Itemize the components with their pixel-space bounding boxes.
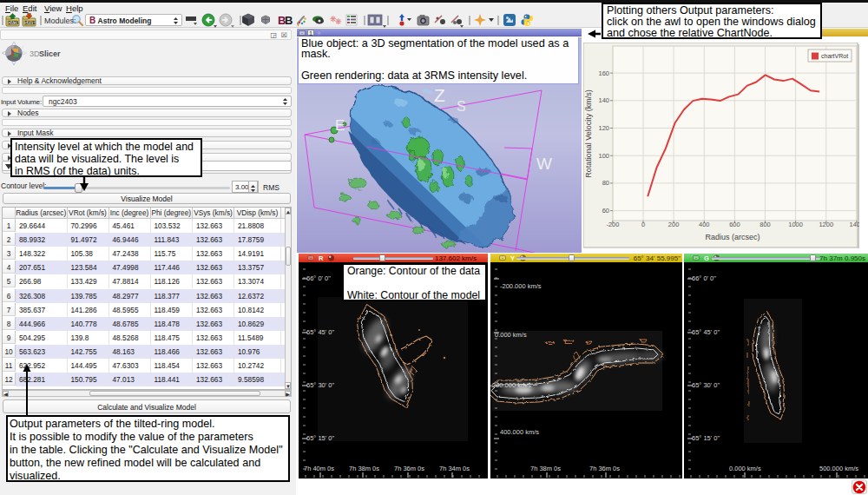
svg-text:65° 45' 0": 65° 45' 0" bbox=[306, 328, 334, 336]
svg-text:200: 200 bbox=[668, 221, 680, 228]
svg-text:7h 38m 0s: 7h 38m 0s bbox=[349, 465, 379, 472]
svg-text:S: S bbox=[457, 99, 466, 114]
svg-text:65° 15' 0": 65° 15' 0" bbox=[306, 434, 334, 442]
svg-text:400: 400 bbox=[699, 221, 710, 228]
svg-text:66° 0' 0": 66° 0' 0" bbox=[692, 274, 716, 282]
svg-text:Slicer: Slicer bbox=[39, 50, 61, 58]
svg-text:1200: 1200 bbox=[819, 221, 833, 228]
svg-text:1400: 1400 bbox=[850, 221, 859, 228]
svg-text:200.000 km/s: 200.000 km/s bbox=[492, 381, 531, 389]
svg-text:DATA: DATA bbox=[9, 21, 20, 25]
svg-text:chartVRot: chartVRot bbox=[821, 53, 848, 59]
svg-text:Rotational Velocity (km/s): Rotational Velocity (km/s) bbox=[584, 89, 593, 178]
svg-text:160: 160 bbox=[598, 69, 609, 77]
svg-text:7h 36m 0s: 7h 36m 0s bbox=[394, 465, 424, 472]
svg-text:7h 36m 0s: 7h 36m 0s bbox=[589, 465, 620, 472]
svg-text:80: 80 bbox=[602, 179, 609, 187]
svg-text:E: E bbox=[335, 117, 345, 134]
svg-text:7h 40m 0s: 7h 40m 0s bbox=[304, 465, 334, 472]
svg-text:600: 600 bbox=[729, 221, 740, 228]
svg-text:500.000 km/s: 500.000 km/s bbox=[819, 465, 858, 472]
svg-text:65° 30' 0": 65° 30' 0" bbox=[692, 381, 720, 389]
svg-text:100: 100 bbox=[598, 152, 609, 160]
svg-text:7h 38m 0s: 7h 38m 0s bbox=[530, 465, 561, 472]
svg-text:140: 140 bbox=[598, 96, 609, 104]
svg-text:Radius (arcsec): Radius (arcsec) bbox=[705, 233, 760, 241]
svg-text:0: 0 bbox=[641, 221, 645, 228]
svg-text:❋: ❋ bbox=[335, 17, 342, 26]
svg-text:B: B bbox=[285, 14, 293, 27]
svg-text:SAVE: SAVE bbox=[25, 21, 36, 25]
svg-text:60: 60 bbox=[602, 207, 609, 214]
svg-text:400.000 km/s: 400.000 km/s bbox=[500, 428, 539, 436]
svg-text:65° 45' 0": 65° 45' 0" bbox=[692, 328, 720, 336]
svg-text:800: 800 bbox=[760, 221, 771, 228]
svg-text:65° 15' 0": 65° 15' 0" bbox=[692, 434, 720, 442]
svg-text:1000: 1000 bbox=[788, 221, 803, 228]
svg-text:W: W bbox=[536, 155, 552, 173]
svg-text:0.000 km/s: 0.000 km/s bbox=[729, 465, 761, 472]
svg-text:-200: -200 bbox=[606, 221, 619, 228]
svg-text:65° 30' 0": 65° 30' 0" bbox=[306, 381, 334, 389]
svg-text:7h 34m 0s: 7h 34m 0s bbox=[439, 465, 470, 472]
svg-text:66° 0' 0": 66° 0' 0" bbox=[306, 274, 331, 282]
svg-text:0.000 km/s: 0.000 km/s bbox=[495, 331, 527, 339]
svg-text:-200.000 km/s: -200.000 km/s bbox=[500, 282, 542, 290]
svg-text:Z: Z bbox=[434, 85, 445, 105]
svg-text:120: 120 bbox=[598, 124, 609, 132]
